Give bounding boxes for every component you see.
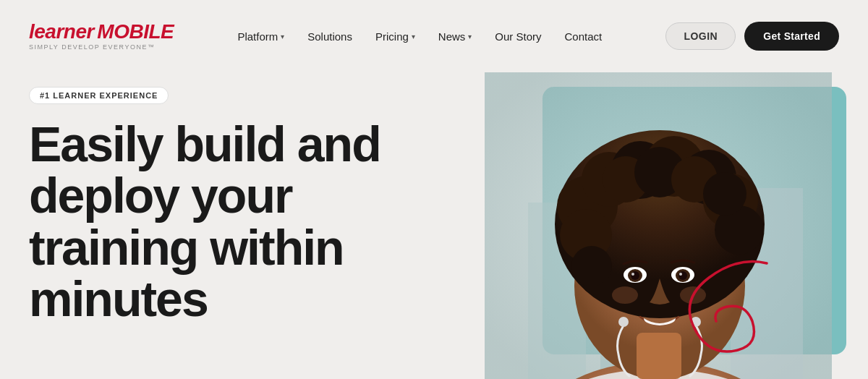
nav-item-pricing[interactable]: Pricing ▾: [375, 30, 415, 43]
nav-item-platform[interactable]: Platform ▾: [237, 30, 284, 43]
nav-item-solutions[interactable]: Solutions: [307, 30, 352, 43]
hero-headline: Easily build and deploy your training wi…: [29, 119, 412, 325]
hero-badge: #1 LEARNER EXPERIENCE: [29, 87, 169, 104]
nav-item-news[interactable]: News ▾: [438, 30, 472, 43]
chevron-down-icon: ▾: [468, 33, 472, 41]
auth-area: LOGIN Get Started: [665, 22, 839, 51]
svg-point-17: [571, 246, 612, 286]
get-started-button[interactable]: Get Started: [744, 22, 839, 51]
hero-content: #1 LEARNER EXPERIENCE Easily build and d…: [29, 87, 412, 325]
logo-suffix: MOBILE: [97, 20, 174, 43]
svg-point-32: [618, 317, 629, 327]
svg-point-25: [631, 273, 634, 276]
nav-item-our-story[interactable]: Our Story: [495, 30, 541, 43]
nav-item-contact[interactable]: Contact: [565, 30, 603, 43]
hero-section: #1 LEARNER EXPERIENCE Easily build and d…: [0, 72, 868, 379]
svg-point-30: [612, 286, 638, 304]
logo-brand: learner: [29, 20, 94, 43]
logo-tagline: SIMPLY DEVELOP EVERYONE™: [29, 43, 155, 51]
svg-point-21: [703, 172, 746, 216]
red-decorative-swirl: [637, 249, 781, 365]
hero-image-area: [376, 72, 868, 379]
chevron-down-icon: ▾: [281, 33, 284, 41]
chevron-down-icon: ▾: [412, 33, 415, 41]
logo[interactable]: learner MOBILE SIMPLY DEVELOP EVERYONE™: [29, 22, 174, 51]
login-button[interactable]: LOGIN: [665, 22, 736, 50]
main-nav: Platform ▾ Solutions Pricing ▾ News ▾ Ou…: [237, 30, 602, 43]
header: learner MOBILE SIMPLY DEVELOP EVERYONE™ …: [0, 0, 868, 72]
